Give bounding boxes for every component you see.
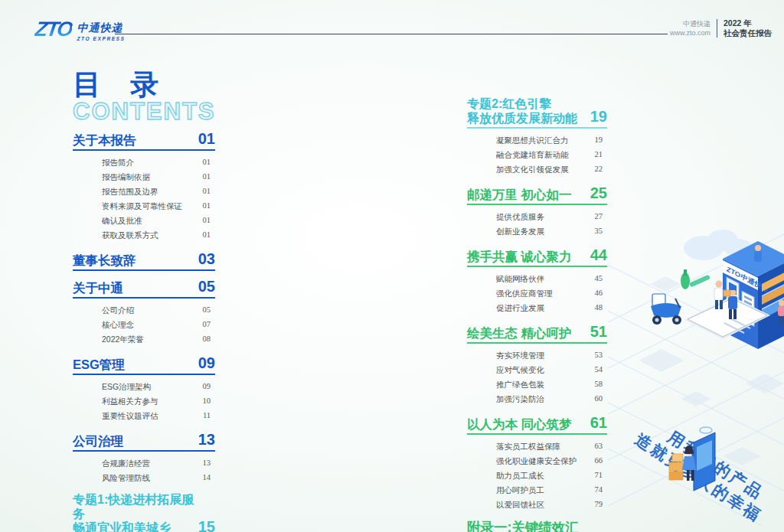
page-title-en: CONTENTS [73,100,216,123]
toc-entry-label: 报告编制依据 [102,172,150,183]
toc-entry[interactable]: ESG治理架构09 [73,380,215,394]
zto-kiosk-illustration: ZTO中通快递 [723,241,784,349]
toc-section-header[interactable]: 绘美生态 精心呵护51 [467,323,607,342]
header-divider-line [115,34,668,34]
toc-entry[interactable]: 应对气候变化54 [467,363,607,377]
toc-entry[interactable]: 报告范围及边界01 [73,184,215,199]
toc-section-page-number: 19 [590,108,607,126]
slogan-line2: 造就更多人的幸福 [632,429,765,524]
toc-entry[interactable]: 确认及批准01 [73,214,215,228]
toc-entry[interactable]: 获取及联系方式01 [73,228,215,243]
toc-entry[interactable]: 推广绿色包装58 [467,377,607,392]
toc-entry[interactable]: 合规廉洁经营13 [73,456,215,471]
toc-entry[interactable]: 强化供应商管理46 [467,286,607,301]
cloud-icon [684,230,752,260]
toc-entry[interactable]: 促进行业发展48 [467,301,607,315]
toc-section-header[interactable]: 公司治理13 [73,431,215,450]
toc-entry[interactable]: 助力员工成长71 [467,468,607,483]
toc-entry[interactable]: 报告编制依据01 [73,170,215,184]
toc-entry-label: 2022年荣誉 [102,335,144,345]
toc-section-title: 董事长致辞 [73,253,136,268]
toc-entry[interactable]: 创新业务发展35 [467,224,607,239]
toc-entry-label: 公司介绍 [102,305,134,316]
toc-section: 专题1:快递进村拓展服务畅通宜业和美城乡15织密快递进村网络15促进县域商业繁荣… [73,493,215,532]
woman-figure [682,446,696,481]
toc-column-left: 关于本报告01报告简介01报告编制依据01报告范围及边界01资料来源及可靠性保证… [73,130,215,532]
toc-section: 董事长致辞03 [73,250,215,271]
toc-section: 绘美生态 精心呵护51夯实环境管理53应对气候变化54推广绿色包装58加强污染防… [467,323,607,407]
toc-entry-label: 创新业务发展 [496,227,544,237]
toc-entry[interactable]: 重要性议题评估11 [73,409,215,423]
toc-entry[interactable]: 落实员工权益保障63 [467,439,607,454]
toc-section-header[interactable]: 专题1:快递进村拓展服务畅通宜业和美城乡15 [73,493,215,532]
kiosk-sign-text: ZTO中通快递 [726,264,768,293]
toc-section-title: 专题2:红色引擎释放优质发展新动能 [467,97,577,126]
toc-entry[interactable]: 资料来源及可靠性保证01 [73,199,215,214]
toc-entry[interactable]: 以爱回馈社区79 [467,498,607,512]
toc-section-header[interactable]: 附录一:关键绩效汇总82 [467,520,607,532]
toc-entry-page-number: 13 [203,459,211,469]
header-company: 中通快递 [670,19,710,28]
toc-entry-page-number: 14 [203,473,211,484]
toc-entry[interactable]: 夯实环境管理53 [467,348,607,363]
toc-entry-page-number: 60 [595,394,603,405]
toc-section-header[interactable]: 携手共赢 诚心聚力44 [467,246,607,266]
isometric-grid [608,234,784,525]
toc-entry[interactable]: 核心理念07 [73,318,215,332]
toc-section-header[interactable]: 董事长致辞03 [73,250,215,269]
toc-section-header[interactable]: 专题2:红色引擎释放优质发展新动能19 [467,97,607,127]
toc-section-underline [73,269,215,271]
toc-section: 以人为本 同心筑梦61落实员工权益保障63强化职业健康安全保护66助力员工成长7… [467,414,607,513]
toc-entry-page-number: 07 [203,320,211,331]
toc-section-header[interactable]: 邮递万里 初心如一25 [467,184,607,204]
toc-entry[interactable]: 融合党建培育新动能21 [467,148,607,162]
toc-entry[interactable]: 加强污染防治60 [467,392,607,406]
toc-section-underline [73,297,215,299]
toc-entry[interactable]: 强化职业健康安全保护66 [467,454,607,468]
toc-section-header[interactable]: 关于本报告01 [73,130,215,149]
toc-section-header[interactable]: 以人为本 同心筑梦61 [467,414,607,433]
toc-entry-page-number: 01 [203,158,211,168]
toc-section-header[interactable]: 关于中通05 [73,278,215,297]
toc-entry[interactable]: 加强文化引领促发展22 [467,162,607,177]
toc-section-items: 报告简介01报告编制依据01报告范围及边界01资料来源及可靠性保证01确认及批准… [73,154,215,243]
toc-section: 公司治理13合规廉洁经营13风险管理防线14 [73,431,215,486]
page-title-cn: 目 录 [73,70,216,100]
toc-entry[interactable]: 凝聚思想共识汇合力19 [467,133,607,148]
zto-logo: ZTO 中通快递 ZTO EXPRESS [35,20,126,41]
toc-section-header[interactable]: ESG管理09 [73,354,215,374]
toc-section-page-number: 44 [590,246,607,264]
toc-section-underline [467,433,607,435]
toc-entry[interactable]: 报告简介01 [73,155,215,170]
toc-section-page-number: 05 [198,278,215,295]
toc-section-title: 邮递万里 初心如一 [467,188,572,202]
toc-section-underline [73,149,215,151]
customer-figure [778,300,784,325]
smartphone-illustration [684,296,770,339]
toc-entry[interactable]: 用心呵护员工74 [467,483,607,498]
toc-entry[interactable]: 提供优质服务27 [467,210,607,224]
toc-entry-page-number: 54 [595,365,603,376]
toc-section-items: 落实员工权益保障63强化职业健康安全保护66助力员工成长71用心呵护员工74以爱… [467,438,607,513]
toc-entry-label: 用心呵护员工 [496,485,544,496]
toc-entry-label: 强化供应商管理 [496,289,553,299]
toc-section-page-number: 01 [198,130,215,148]
toc-entry-label: 核心理念 [102,320,134,331]
toc-entry[interactable]: 2022年荣誉08 [73,332,215,347]
toc-section-page-number: 61 [590,414,607,432]
toc-entry-page-number: 01 [203,216,211,227]
toc-entry[interactable]: 赋能网络伙伴45 [467,272,607,286]
toc-entry-label: 合规廉洁经营 [102,459,150,469]
toc-entry-label: 重要性议题评估 [102,411,158,422]
toc-entry[interactable]: 利益相关方参与10 [73,394,215,409]
courier-figures [714,281,737,320]
illustration: ZTO中通快递 [608,204,784,525]
toc-section-underline [467,342,607,344]
toc-section-title: 关于本报告 [73,133,136,148]
toc-entry[interactable]: 公司介绍05 [73,303,215,318]
toc-section-page-number: 51 [590,323,607,341]
toc-section-title: 以人为本 同心筑梦 [467,417,572,432]
toc-entry[interactable]: 风险管理防线14 [73,471,215,485]
toc-entry-label: 以爱回馈社区 [496,500,544,511]
toc-entry-page-number: 19 [595,135,603,146]
